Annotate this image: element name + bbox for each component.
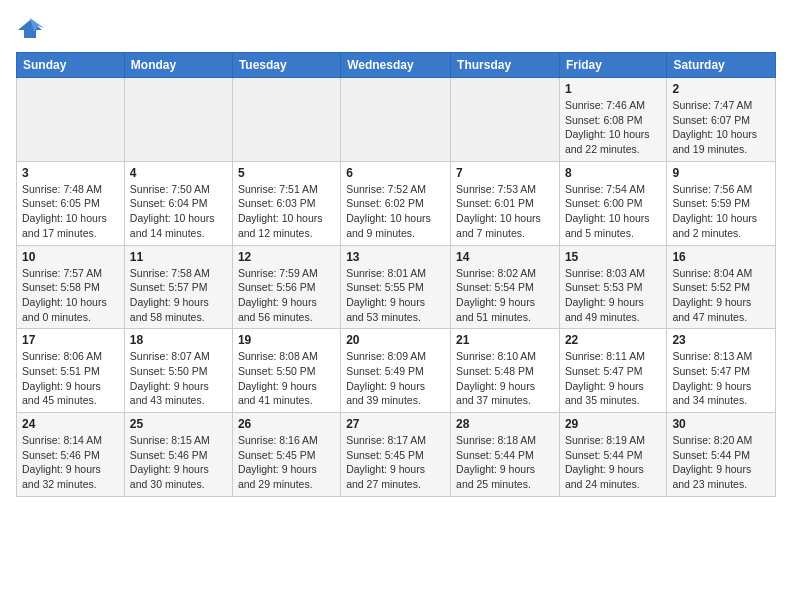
- day-info: Sunrise: 8:19 AM Sunset: 5:44 PM Dayligh…: [565, 433, 661, 492]
- day-number: 30: [672, 417, 770, 431]
- day-info: Sunrise: 8:18 AM Sunset: 5:44 PM Dayligh…: [456, 433, 554, 492]
- calendar-cell: 3Sunrise: 7:48 AM Sunset: 6:05 PM Daylig…: [17, 161, 125, 245]
- logo-icon: [16, 16, 44, 44]
- day-info: Sunrise: 7:56 AM Sunset: 5:59 PM Dayligh…: [672, 182, 770, 241]
- day-number: 10: [22, 250, 119, 264]
- calendar-cell: 6Sunrise: 7:52 AM Sunset: 6:02 PM Daylig…: [341, 161, 451, 245]
- day-info: Sunrise: 8:03 AM Sunset: 5:53 PM Dayligh…: [565, 266, 661, 325]
- day-info: Sunrise: 8:16 AM Sunset: 5:45 PM Dayligh…: [238, 433, 335, 492]
- day-number: 7: [456, 166, 554, 180]
- day-number: 12: [238, 250, 335, 264]
- day-info: Sunrise: 7:51 AM Sunset: 6:03 PM Dayligh…: [238, 182, 335, 241]
- logo: [16, 16, 48, 44]
- svg-marker-0: [18, 20, 42, 38]
- day-number: 25: [130, 417, 227, 431]
- calendar-cell: 7Sunrise: 7:53 AM Sunset: 6:01 PM Daylig…: [451, 161, 560, 245]
- day-info: Sunrise: 7:50 AM Sunset: 6:04 PM Dayligh…: [130, 182, 227, 241]
- calendar-cell: 10Sunrise: 7:57 AM Sunset: 5:58 PM Dayli…: [17, 245, 125, 329]
- calendar-cell: 26Sunrise: 8:16 AM Sunset: 5:45 PM Dayli…: [232, 413, 340, 497]
- calendar-cell: [124, 78, 232, 162]
- calendar-cell: 1Sunrise: 7:46 AM Sunset: 6:08 PM Daylig…: [559, 78, 666, 162]
- day-info: Sunrise: 7:58 AM Sunset: 5:57 PM Dayligh…: [130, 266, 227, 325]
- calendar-cell: 18Sunrise: 8:07 AM Sunset: 5:50 PM Dayli…: [124, 329, 232, 413]
- day-info: Sunrise: 8:01 AM Sunset: 5:55 PM Dayligh…: [346, 266, 445, 325]
- weekday-header-sunday: Sunday: [17, 53, 125, 78]
- day-info: Sunrise: 8:17 AM Sunset: 5:45 PM Dayligh…: [346, 433, 445, 492]
- day-number: 28: [456, 417, 554, 431]
- page-header: [16, 16, 776, 44]
- calendar-cell: 14Sunrise: 8:02 AM Sunset: 5:54 PM Dayli…: [451, 245, 560, 329]
- calendar-cell: 19Sunrise: 8:08 AM Sunset: 5:50 PM Dayli…: [232, 329, 340, 413]
- weekday-header-tuesday: Tuesday: [232, 53, 340, 78]
- calendar-cell: [341, 78, 451, 162]
- day-number: 2: [672, 82, 770, 96]
- weekday-header-thursday: Thursday: [451, 53, 560, 78]
- day-info: Sunrise: 7:54 AM Sunset: 6:00 PM Dayligh…: [565, 182, 661, 241]
- day-info: Sunrise: 7:53 AM Sunset: 6:01 PM Dayligh…: [456, 182, 554, 241]
- day-info: Sunrise: 8:07 AM Sunset: 5:50 PM Dayligh…: [130, 349, 227, 408]
- calendar-cell: 2Sunrise: 7:47 AM Sunset: 6:07 PM Daylig…: [667, 78, 776, 162]
- calendar-cell: 16Sunrise: 8:04 AM Sunset: 5:52 PM Dayli…: [667, 245, 776, 329]
- calendar-cell: 21Sunrise: 8:10 AM Sunset: 5:48 PM Dayli…: [451, 329, 560, 413]
- day-number: 17: [22, 333, 119, 347]
- calendar-cell: 23Sunrise: 8:13 AM Sunset: 5:47 PM Dayli…: [667, 329, 776, 413]
- day-number: 5: [238, 166, 335, 180]
- day-number: 29: [565, 417, 661, 431]
- weekday-header-monday: Monday: [124, 53, 232, 78]
- day-number: 4: [130, 166, 227, 180]
- day-info: Sunrise: 8:14 AM Sunset: 5:46 PM Dayligh…: [22, 433, 119, 492]
- day-info: Sunrise: 8:15 AM Sunset: 5:46 PM Dayligh…: [130, 433, 227, 492]
- day-number: 22: [565, 333, 661, 347]
- calendar-cell: 24Sunrise: 8:14 AM Sunset: 5:46 PM Dayli…: [17, 413, 125, 497]
- calendar-table: SundayMondayTuesdayWednesdayThursdayFrid…: [16, 52, 776, 497]
- day-info: Sunrise: 8:11 AM Sunset: 5:47 PM Dayligh…: [565, 349, 661, 408]
- day-number: 1: [565, 82, 661, 96]
- day-info: Sunrise: 8:10 AM Sunset: 5:48 PM Dayligh…: [456, 349, 554, 408]
- day-info: Sunrise: 8:04 AM Sunset: 5:52 PM Dayligh…: [672, 266, 770, 325]
- day-number: 9: [672, 166, 770, 180]
- day-info: Sunrise: 8:06 AM Sunset: 5:51 PM Dayligh…: [22, 349, 119, 408]
- calendar-cell: 4Sunrise: 7:50 AM Sunset: 6:04 PM Daylig…: [124, 161, 232, 245]
- weekday-header-saturday: Saturday: [667, 53, 776, 78]
- day-info: Sunrise: 7:46 AM Sunset: 6:08 PM Dayligh…: [565, 98, 661, 157]
- calendar-cell: 12Sunrise: 7:59 AM Sunset: 5:56 PM Dayli…: [232, 245, 340, 329]
- calendar-cell: 25Sunrise: 8:15 AM Sunset: 5:46 PM Dayli…: [124, 413, 232, 497]
- day-number: 15: [565, 250, 661, 264]
- day-number: 21: [456, 333, 554, 347]
- day-number: 6: [346, 166, 445, 180]
- day-number: 26: [238, 417, 335, 431]
- day-number: 24: [22, 417, 119, 431]
- day-number: 11: [130, 250, 227, 264]
- day-info: Sunrise: 7:59 AM Sunset: 5:56 PM Dayligh…: [238, 266, 335, 325]
- day-info: Sunrise: 8:20 AM Sunset: 5:44 PM Dayligh…: [672, 433, 770, 492]
- day-info: Sunrise: 7:52 AM Sunset: 6:02 PM Dayligh…: [346, 182, 445, 241]
- calendar-cell: 30Sunrise: 8:20 AM Sunset: 5:44 PM Dayli…: [667, 413, 776, 497]
- calendar-cell: 22Sunrise: 8:11 AM Sunset: 5:47 PM Dayli…: [559, 329, 666, 413]
- day-number: 8: [565, 166, 661, 180]
- calendar-cell: 9Sunrise: 7:56 AM Sunset: 5:59 PM Daylig…: [667, 161, 776, 245]
- calendar-cell: 17Sunrise: 8:06 AM Sunset: 5:51 PM Dayli…: [17, 329, 125, 413]
- calendar-cell: [451, 78, 560, 162]
- day-number: 23: [672, 333, 770, 347]
- weekday-header-wednesday: Wednesday: [341, 53, 451, 78]
- day-info: Sunrise: 7:47 AM Sunset: 6:07 PM Dayligh…: [672, 98, 770, 157]
- calendar-cell: 15Sunrise: 8:03 AM Sunset: 5:53 PM Dayli…: [559, 245, 666, 329]
- day-number: 13: [346, 250, 445, 264]
- calendar-cell: [17, 78, 125, 162]
- day-number: 14: [456, 250, 554, 264]
- calendar-cell: 8Sunrise: 7:54 AM Sunset: 6:00 PM Daylig…: [559, 161, 666, 245]
- day-number: 18: [130, 333, 227, 347]
- day-number: 19: [238, 333, 335, 347]
- calendar-cell: 27Sunrise: 8:17 AM Sunset: 5:45 PM Dayli…: [341, 413, 451, 497]
- day-info: Sunrise: 7:57 AM Sunset: 5:58 PM Dayligh…: [22, 266, 119, 325]
- day-info: Sunrise: 8:08 AM Sunset: 5:50 PM Dayligh…: [238, 349, 335, 408]
- day-info: Sunrise: 7:48 AM Sunset: 6:05 PM Dayligh…: [22, 182, 119, 241]
- day-number: 20: [346, 333, 445, 347]
- calendar-cell: 5Sunrise: 7:51 AM Sunset: 6:03 PM Daylig…: [232, 161, 340, 245]
- day-info: Sunrise: 8:13 AM Sunset: 5:47 PM Dayligh…: [672, 349, 770, 408]
- weekday-header-friday: Friday: [559, 53, 666, 78]
- day-info: Sunrise: 8:02 AM Sunset: 5:54 PM Dayligh…: [456, 266, 554, 325]
- day-number: 16: [672, 250, 770, 264]
- calendar-cell: 29Sunrise: 8:19 AM Sunset: 5:44 PM Dayli…: [559, 413, 666, 497]
- calendar-cell: 13Sunrise: 8:01 AM Sunset: 5:55 PM Dayli…: [341, 245, 451, 329]
